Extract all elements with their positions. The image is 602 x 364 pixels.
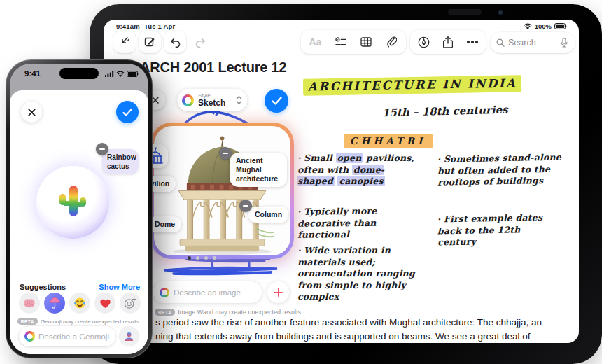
checkmark-icon — [122, 108, 132, 116]
shrink-window-button[interactable] — [113, 31, 136, 53]
person-icon — [125, 332, 134, 342]
compose-note-button[interactable] — [139, 31, 161, 53]
iphone-clock: 9:41 — [24, 69, 41, 78]
cellular-signal-icon — [105, 71, 114, 77]
search-input[interactable] — [508, 38, 557, 48]
minus-icon — [223, 153, 228, 154]
suggestions-title: Suggestions — [20, 283, 66, 291]
label-dome[interactable]: Dome — [148, 216, 181, 232]
undo-button[interactable] — [164, 31, 186, 53]
plus-icon — [274, 288, 283, 297]
markup-button[interactable] — [412, 31, 435, 53]
genmoji-sparkle-icon — [24, 331, 35, 342]
generated-chhatri-image — [154, 126, 290, 255]
heart-icon — [99, 298, 111, 309]
paperclip-icon — [386, 36, 397, 48]
checklist-button[interactable] — [330, 31, 352, 53]
add-emoji-icon — [124, 297, 136, 309]
more-button[interactable] — [461, 31, 484, 53]
label-ancient-mughal[interactable]: Ancient Mughal architecture — [230, 153, 287, 187]
image-prompt-input[interactable] — [174, 288, 255, 297]
minus-icon — [99, 148, 105, 150]
genmoji-prompt-label[interactable]: Rainbow cactus — [102, 149, 139, 174]
genmoji-close-button[interactable] — [21, 102, 42, 122]
suggestion-row — [19, 293, 141, 314]
battery-icon — [554, 23, 568, 29]
note-title[interactable]: ARCH 2001 Lecture 12 — [140, 59, 286, 76]
image-prompt-field[interactable] — [153, 281, 262, 303]
bullet-wide-variation: · Wide variation in materials used; orna… — [298, 245, 422, 303]
brain-icon — [23, 298, 36, 309]
dictation-mic-icon[interactable] — [561, 38, 568, 48]
ipad-clock: 9:41am — [116, 22, 140, 30]
person-genmoji-button[interactable] — [119, 326, 139, 346]
style-value: Sketch — [198, 99, 232, 108]
redo-button[interactable] — [189, 31, 211, 53]
ipad-status-right: 100% — [524, 22, 568, 30]
suggestion-laughing-crying[interactable] — [69, 293, 90, 314]
suggestion-add-emoji[interactable] — [120, 293, 141, 314]
text-format-button[interactable]: Aa — [304, 31, 326, 53]
image-variant-pager[interactable] — [188, 256, 216, 260]
note-paragraph-line-1[interactable]: s period saw the rise of another feature… — [155, 316, 566, 330]
handwritten-heading: ARCHITECTURE IN INDIA — [303, 76, 522, 93]
compose-icon — [144, 36, 155, 48]
add-image-element-button[interactable] — [267, 281, 289, 303]
minus-icon — [243, 205, 248, 206]
handwritten-section-title: CHHATRI — [344, 135, 433, 146]
ellipsis-icon — [467, 41, 478, 43]
handwritten-subheading: 15th – 18th centuries — [382, 104, 508, 120]
genmoji-accept-button[interactable] — [116, 101, 139, 123]
image-playground-style-icon — [182, 94, 194, 106]
search-icon — [496, 38, 505, 47]
ipad-device: 9:41amTue 1 Apr 100% Aa — [90, 4, 602, 364]
image-wand-sparkle-icon — [160, 288, 169, 298]
share-button[interactable] — [437, 31, 459, 53]
close-icon — [27, 108, 36, 117]
battery-icon — [127, 71, 140, 77]
ipad-date: Tue 1 Apr — [144, 22, 176, 30]
markup-pencil-icon — [418, 36, 430, 48]
table-button[interactable] — [355, 31, 377, 53]
attachment-button[interactable] — [381, 31, 403, 53]
beta-badge: BETA — [155, 309, 175, 316]
genmoji-prompt-field[interactable] — [19, 326, 115, 346]
share-icon — [443, 36, 453, 48]
format-toolbar-group: Aa — [301, 30, 406, 54]
umbrella-icon — [49, 297, 61, 309]
suggestion-brain[interactable] — [19, 293, 40, 314]
marketing-canvas: 9:41amTue 1 Apr 100% Aa — [0, 0, 602, 364]
search-field[interactable] — [490, 32, 575, 53]
table-icon — [360, 37, 372, 47]
bullet-typically-decorative: · Typically more decorative than functio… — [298, 205, 413, 241]
shrink-icon — [120, 37, 130, 48]
beta-badge: BETA — [18, 318, 38, 325]
iphone-genmoji-app: 9:41 — [10, 64, 148, 354]
rainbow-cactus-genmoji — [57, 183, 88, 219]
laughing-crying-icon — [74, 297, 86, 309]
bullet-first-example: · First example dates back to the 12th c… — [438, 212, 557, 248]
show-more-link[interactable]: Show More — [99, 283, 140, 291]
note-paragraph-line-2[interactable]: ning that extends away from buildings an… — [155, 330, 566, 343]
image-wand-accept-button[interactable] — [265, 89, 288, 113]
genmoji-prompt-input[interactable] — [38, 332, 110, 341]
bullet-sometimes-standalone: · Sometimes stand-alone but often added … — [438, 151, 573, 188]
chhatri-illustration — [154, 126, 290, 255]
remove-rainbow-cactus-button[interactable] — [96, 143, 108, 155]
checkmark-icon — [272, 97, 282, 105]
image-wand-disclaimer: BETA Image Wand may create unexpected re… — [155, 309, 302, 316]
ipad-camera-housing — [448, 9, 482, 15]
label-column[interactable]: Column — [248, 206, 288, 223]
remove-column-button[interactable] — [239, 200, 252, 212]
wifi-icon — [524, 23, 532, 29]
generated-image-card[interactable] — [150, 122, 294, 259]
suggestion-umbrella-selected[interactable] — [44, 293, 65, 314]
battery-percent: 100% — [535, 22, 552, 30]
disclaimer-text: Image Wand may create unexpected results… — [178, 309, 302, 316]
remove-ancient-mughal-button[interactable] — [219, 147, 232, 160]
style-picker[interactable]: Style Sketch — [177, 89, 247, 111]
ipad-status-bar: 9:41amTue 1 Apr — [116, 22, 176, 30]
dynamic-island — [59, 68, 99, 79]
suggestion-red-heart[interactable] — [94, 293, 115, 314]
markup-toolbar-group — [410, 30, 486, 54]
